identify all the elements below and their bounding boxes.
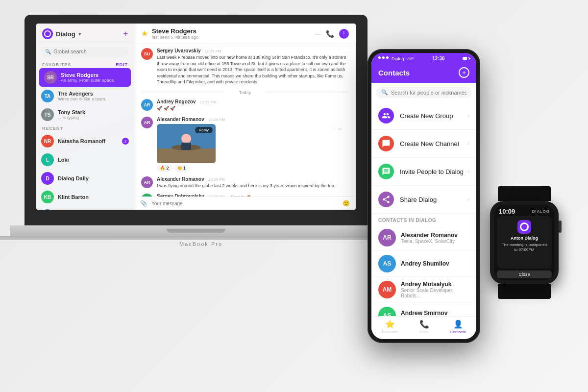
tab-contacts[interactable]: 👤 Contacts	[450, 319, 466, 334]
chevron-right-icon: ›	[467, 196, 469, 203]
global-search-box[interactable]: 🔍	[41, 47, 129, 56]
contacts-tab-icon: 👤	[453, 319, 463, 329]
message-image: Reply	[157, 124, 216, 163]
reply-button[interactable]: Reply	[195, 127, 213, 133]
action-create-group[interactable]: Create New Group ›	[371, 102, 476, 130]
action-icon[interactable]: ↩	[338, 126, 342, 132]
message-text: Last week Firebase moved into our new ho…	[157, 54, 349, 85]
chat-name: Loki	[58, 157, 69, 163]
message-content: Sergey Uvarovskiy 12:25 PM Last week Fir…	[157, 48, 349, 85]
unread-badge: 2	[122, 138, 129, 145]
contact-info: Andrey Shumilov	[401, 260, 469, 267]
message-row: AR Alexander Romanov 12:25 PM	[141, 117, 349, 172]
macbook: Dialog ▾ + 🔍 FAVORITES EDIT	[24, 15, 377, 250]
create-group-label: Create New Group	[400, 112, 453, 120]
message-text: 🚀 🚀 🚀	[157, 105, 349, 112]
tab-calls[interactable]: 📞 Calls	[419, 319, 429, 334]
sender-name: Alexander Romanov	[157, 117, 204, 122]
contacts-tab-label: Contacts	[450, 330, 466, 334]
chat-preview: ... is typing	[58, 115, 85, 120]
sidebar-header: Dialog ▾ +	[36, 24, 134, 43]
message-input[interactable]	[151, 201, 339, 206]
macbook-label: MacBook Pro	[24, 241, 377, 247]
sidebar-item-klint[interactable]: KB Klint Barton	[36, 188, 134, 206]
contact-subtitle: Senior Scala Developer, Robots...	[401, 288, 469, 298]
message-content: Alexander Romanov 12:25 PM I was flying …	[157, 176, 349, 189]
create-channel-label: Create New Channel	[400, 140, 459, 147]
svg-rect-1	[157, 148, 216, 163]
avatar: L	[41, 153, 54, 166]
watch-status-bar: 10:09 DIALOG	[494, 205, 555, 216]
sidebar-item-billing[interactable]: B Billing	[36, 206, 134, 210]
clap-reaction[interactable]: 👏 1	[174, 165, 189, 172]
contact-name: Andrey Motsalyuk	[401, 281, 469, 288]
avatar: KB	[41, 191, 54, 203]
action-create-channel[interactable]: Create New Channel ›	[371, 130, 476, 158]
action-share-dialog[interactable]: Share Dialog ›	[371, 186, 476, 214]
favorites-tab-label: Favorites	[382, 330, 398, 334]
chat-info: The Avengers We're sort of like a team.	[58, 91, 106, 101]
sidebar-item-natasha[interactable]: NR Natasha Romanoff 2	[36, 132, 134, 150]
sidebar-item-avengers[interactable]: TA The Avengers We're sort of like a tea…	[36, 87, 134, 105]
iphone-nav: Contacts +	[371, 63, 476, 83]
chevron-right-icon: ›	[467, 140, 469, 147]
macbook-base	[10, 225, 382, 236]
contact-item-alexander[interactable]: AR Alexander Romanov Tesla, SpaceX, Sola…	[371, 225, 476, 251]
action-icon[interactable]: ···	[331, 126, 335, 132]
tab-favorites[interactable]: ⭐ Favorites	[382, 319, 398, 334]
search-input[interactable]	[53, 49, 125, 54]
contact-subtitle: Tesla, SpaceX, SolarCity	[401, 239, 469, 244]
sidebar-item-tony-stark[interactable]: TS Tony Stark ... is typing	[36, 105, 134, 124]
contact-item-andrey-m[interactable]: AM Andrey Motsalyuk Senior Scala Develop…	[371, 277, 476, 303]
watch-app-icon	[517, 220, 531, 234]
chat-name: Dialog Daily	[58, 175, 89, 181]
watch-time: 10:09	[499, 208, 515, 215]
contact-item-andrew-sm[interactable]: AS Andrew Smirnov QA Engineer	[371, 303, 476, 316]
message-time: 12:25 PM	[205, 49, 221, 53]
watch-close-button[interactable]: Close	[497, 270, 552, 278]
sidebar-item-dialog-daily[interactable]: D Dialog Daily	[36, 169, 134, 188]
iphone-status-bar: Dialog WiFi 12:30	[371, 53, 476, 63]
contact-item-andrey-s[interactable]: AS Andrey Shumilov	[371, 251, 476, 277]
sidebar-item-steve-rodgers[interactable]: SR Steve Rodgers An army. From outer spa…	[39, 68, 131, 87]
sidebar-add-button[interactable]: +	[123, 29, 128, 38]
sender-name: Sergey Uvarovskiy	[157, 48, 201, 53]
dialog-logo-ring	[44, 30, 51, 37]
action-invite-people[interactable]: Invite People to Dialog ›	[371, 158, 476, 186]
add-contact-button[interactable]: +	[459, 67, 469, 78]
avatar: NR	[41, 135, 54, 147]
watch-strap-bottom	[498, 284, 551, 299]
svg-rect-4	[181, 143, 191, 150]
message-actions: ··· ↩	[331, 126, 342, 132]
action-item-left: Invite People to Dialog	[378, 164, 464, 179]
sidebar-item-loki[interactable]: L Loki	[36, 150, 134, 169]
chat-input-area: 📎 🙂	[134, 196, 356, 210]
call-icon[interactable]: 📞	[326, 30, 334, 38]
attachment-icon[interactable]: 📎	[140, 200, 147, 207]
share-icon	[378, 192, 394, 207]
watch-notification: Anton Dialog The meeting is postponed to…	[497, 216, 552, 269]
recent-section: RECENT	[36, 124, 134, 132]
dialog-logo	[42, 28, 53, 39]
apple-watch: 10:09 DIALOG Anton Dialog The meeting is…	[490, 186, 559, 299]
edit-label[interactable]: EDIT	[116, 62, 128, 67]
info-icon[interactable]: !	[339, 29, 349, 39]
watch-strap-top	[498, 186, 551, 201]
star-icon[interactable]: ★	[141, 29, 148, 38]
macbook-screen-inner: Dialog ▾ + 🔍 FAVORITES EDIT	[36, 24, 356, 210]
chat-header: ★ Steve Rodgers last seen 5 minutes ago …	[134, 24, 356, 44]
message-header: Andrey Rogozov 12:25 PM	[157, 99, 349, 104]
avatar: AR	[141, 99, 153, 111]
search-input[interactable]	[391, 90, 466, 96]
message-time: 12:25 PM	[199, 100, 216, 104]
chat-header-actions: ··· 📞 !	[315, 29, 349, 39]
fire-reaction[interactable]: 🔥 2	[157, 165, 172, 172]
avatar: TS	[41, 108, 54, 121]
iphone-search-box[interactable]: 🔍	[376, 87, 471, 98]
chat-name: Steve Rodgers	[61, 72, 115, 78]
battery-tip	[469, 58, 470, 59]
favorites-label: FAVORITES	[42, 62, 71, 67]
emoji-icon[interactable]: 🙂	[343, 200, 350, 207]
more-options-icon[interactable]: ···	[315, 30, 321, 38]
avatar: AR	[141, 176, 153, 188]
